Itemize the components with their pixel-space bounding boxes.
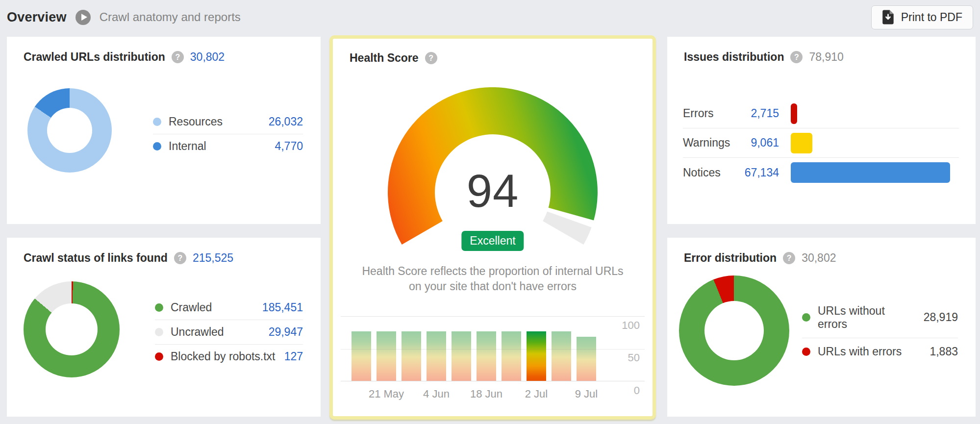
trend-bar[interactable] bbox=[552, 331, 571, 381]
crawl-status-donut-chart[interactable] bbox=[24, 281, 120, 377]
card-title: Error distribution bbox=[684, 251, 777, 265]
play-triangle-icon bbox=[81, 14, 87, 21]
row-label: Warnings bbox=[683, 136, 732, 150]
x-axis-date-label: 18 Jun bbox=[470, 388, 503, 400]
print-to-pdf-button[interactable]: Print to PDF bbox=[871, 5, 973, 29]
health-score-badge: Excellent bbox=[461, 231, 524, 251]
crawled-urls-donut-chart[interactable] bbox=[27, 88, 112, 173]
page-header: Overview Crawl anatomy and reports Print… bbox=[7, 0, 973, 34]
errors-bar[interactable] bbox=[791, 103, 797, 124]
card-issues-distribution: Issues distribution ? 78,910 Errors 2,71… bbox=[667, 37, 976, 224]
issues-row-notices: Notices 67,134 bbox=[683, 158, 959, 187]
trend-bar[interactable] bbox=[577, 337, 596, 381]
legend-row-crawled: Crawled 185,451 bbox=[155, 296, 303, 320]
x-axis-date-label: 2 Jul bbox=[525, 388, 548, 400]
legend-label: URLs without errors bbox=[818, 304, 916, 331]
internal-dot-icon bbox=[153, 142, 161, 150]
error-dist-total: 30,802 bbox=[802, 251, 836, 265]
help-icon[interactable]: ? bbox=[174, 252, 186, 264]
card-title: Health Score bbox=[350, 51, 419, 65]
crawled-urls-legend: Resources 26,032 Internal 4,770 bbox=[153, 110, 303, 158]
y-axis-tick: 50 bbox=[628, 351, 640, 364]
card-title: Crawl status of links found bbox=[24, 251, 168, 265]
health-score-gauge[interactable]: 94 Excellent bbox=[380, 87, 605, 250]
help-icon[interactable]: ? bbox=[783, 252, 795, 264]
health-score-history-chart[interactable]: 10050021 May4 Jun18 Jun2 Jul9 Jul bbox=[341, 316, 645, 404]
health-score-description: Health Score reflects the proportion of … bbox=[355, 264, 630, 294]
legend-row-no-errors: URLs without errors 28,919 bbox=[802, 298, 958, 338]
legend-row-with-errors: URLs with errors 1,883 bbox=[802, 338, 958, 365]
notices-value-link[interactable]: 67,134 bbox=[732, 166, 779, 179]
trend-bar[interactable] bbox=[352, 331, 371, 381]
issues-row-warnings: Warnings 9,061 bbox=[683, 128, 959, 158]
play-video-icon[interactable] bbox=[75, 10, 91, 25]
page-title: Overview bbox=[7, 10, 67, 25]
uncrawled-dot-icon bbox=[155, 328, 163, 336]
legend-label: URLs with errors bbox=[818, 345, 922, 358]
trend-bar[interactable] bbox=[452, 331, 471, 381]
crawled-urls-total-link[interactable]: 30,802 bbox=[190, 50, 225, 64]
crawled-dot-icon bbox=[155, 303, 163, 312]
error-distribution-legend: URLs without errors 28,919 URLs with err… bbox=[802, 298, 958, 365]
legend-label: Internal bbox=[169, 140, 267, 153]
help-icon[interactable]: ? bbox=[425, 52, 437, 64]
x-axis-date-label: 9 Jul bbox=[575, 388, 598, 400]
x-axis-date-label: 21 May bbox=[369, 388, 404, 400]
urls-with-errors-value: 1,883 bbox=[930, 345, 958, 358]
crawled-value-link[interactable]: 185,451 bbox=[262, 301, 303, 314]
trend-bar[interactable] bbox=[402, 331, 421, 381]
trend-bar[interactable] bbox=[502, 331, 521, 381]
y-axis-tick: 0 bbox=[634, 384, 640, 397]
health-score-value: 94 bbox=[380, 165, 605, 218]
urls-with-errors-dot-icon bbox=[802, 348, 810, 356]
crawl-status-legend: Crawled 185,451 Uncrawled 29,947 Blocked… bbox=[155, 296, 303, 369]
legend-row-uncrawled: Uncrawled 29,947 bbox=[155, 320, 303, 345]
card-crawled-urls-distribution: Crawled URLs distribution ? 30,802 Resou… bbox=[7, 37, 321, 224]
resources-dot-icon bbox=[153, 118, 161, 126]
resources-value-link[interactable]: 26,032 bbox=[269, 115, 303, 128]
legend-label: Uncrawled bbox=[171, 325, 261, 339]
warnings-bar[interactable] bbox=[791, 133, 812, 153]
issues-total: 78,910 bbox=[809, 50, 843, 64]
legend-label: Crawled bbox=[171, 301, 255, 314]
legend-row-internal: Internal 4,770 bbox=[153, 134, 303, 158]
card-crawl-status: Crawl status of links found ? 215,525 Cr… bbox=[7, 238, 321, 417]
errors-value-link[interactable]: 2,715 bbox=[732, 107, 779, 120]
urls-without-errors-value: 28,919 bbox=[924, 311, 958, 324]
help-icon[interactable]: ? bbox=[790, 51, 803, 63]
trend-bar-selected[interactable] bbox=[527, 331, 546, 381]
issues-rows: Errors 2,715 Warnings 9,061 Notices 67,1… bbox=[683, 99, 959, 187]
urls-without-errors-dot-icon bbox=[802, 313, 810, 322]
crawl-status-total-link[interactable]: 215,525 bbox=[193, 251, 233, 265]
y-axis-tick: 100 bbox=[622, 319, 640, 332]
card-title: Issues distribution bbox=[684, 50, 784, 64]
trend-bar[interactable] bbox=[427, 331, 446, 381]
legend-label: Resources bbox=[169, 115, 261, 128]
row-label: Notices bbox=[683, 166, 732, 179]
card-health-score: Health Score ? 94 Excellent Health Score… bbox=[329, 35, 656, 420]
file-download-icon bbox=[882, 10, 895, 25]
trend-bar[interactable] bbox=[377, 331, 396, 381]
help-icon[interactable]: ? bbox=[172, 51, 184, 63]
gridline-50 bbox=[341, 349, 645, 349]
x-axis-date-label: 4 Jun bbox=[423, 388, 450, 400]
blocked-value-link[interactable]: 127 bbox=[284, 350, 303, 363]
trend-bar[interactable] bbox=[477, 331, 496, 381]
blocked-dot-icon bbox=[155, 352, 163, 361]
error-distribution-donut-chart[interactable] bbox=[679, 275, 789, 386]
legend-row-resources: Resources 26,032 bbox=[153, 110, 303, 134]
trend-plot-area bbox=[341, 316, 645, 381]
page-subtitle: Crawl anatomy and reports bbox=[100, 10, 241, 24]
print-button-label: Print to PDF bbox=[901, 11, 962, 24]
warnings-value-link[interactable]: 9,061 bbox=[732, 136, 779, 150]
legend-row-blocked: Blocked by robots.txt 127 bbox=[155, 345, 303, 369]
legend-label: Blocked by robots.txt bbox=[171, 350, 277, 363]
card-error-distribution: Error distribution ? 30,802 URLs without… bbox=[667, 238, 976, 417]
card-title: Crawled URLs distribution bbox=[24, 50, 165, 64]
uncrawled-value-link[interactable]: 29,947 bbox=[269, 325, 303, 339]
row-label: Errors bbox=[683, 107, 732, 120]
notices-bar[interactable] bbox=[791, 162, 950, 183]
internal-value-link[interactable]: 4,770 bbox=[275, 140, 303, 153]
issues-row-errors: Errors 2,715 bbox=[683, 99, 959, 128]
site-audit-overview-page: Overview Crawl anatomy and reports Print… bbox=[0, 0, 980, 424]
